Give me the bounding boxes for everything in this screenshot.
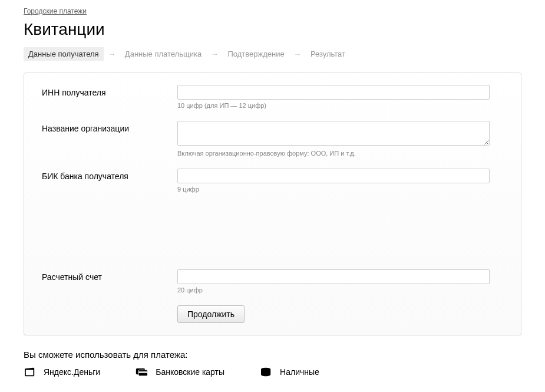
org-input[interactable] bbox=[177, 121, 490, 146]
coins-icon bbox=[260, 367, 273, 377]
account-label: Расчетный счет bbox=[42, 269, 177, 282]
continue-button[interactable]: Продолжить bbox=[177, 305, 245, 323]
wizard-steps: Данные получателя → Данные плательщика →… bbox=[24, 47, 521, 61]
method-cash: Наличные bbox=[260, 367, 319, 377]
org-hint: Включая организационно-правовую форму: О… bbox=[177, 150, 503, 157]
breadcrumb-link[interactable]: Городские платежи bbox=[24, 7, 87, 15]
step-separator: → bbox=[211, 50, 219, 58]
bik-hint: 9 цифр bbox=[177, 186, 503, 193]
bik-input[interactable] bbox=[177, 169, 490, 183]
step-confirmation[interactable]: Подтверждение bbox=[223, 47, 289, 61]
cards-icon bbox=[136, 367, 148, 377]
page-title: Квитанции bbox=[24, 20, 521, 39]
method-label: Наличные bbox=[280, 367, 319, 377]
method-bank-cards: Банковские карты bbox=[136, 367, 224, 377]
method-label: Яндекс.Деньги bbox=[44, 367, 100, 377]
org-label: Название организации bbox=[42, 121, 177, 133]
account-input[interactable] bbox=[177, 269, 490, 284]
method-yandex-money: Яндекс.Деньги bbox=[24, 367, 100, 377]
step-separator: → bbox=[108, 50, 115, 58]
inn-input[interactable] bbox=[177, 85, 490, 100]
inn-label: ИНН получателя bbox=[42, 85, 177, 97]
step-separator: → bbox=[293, 50, 301, 58]
svg-rect-2 bbox=[138, 371, 147, 373]
payment-methods: Яндекс.Деньги Банковские карты Наличные bbox=[24, 367, 521, 377]
inn-hint: 10 цифр (для ИП — 12 цифр) bbox=[177, 102, 503, 109]
bik-label: БИК банка получателя bbox=[42, 169, 177, 181]
method-label: Банковские карты bbox=[156, 367, 224, 377]
account-hint: 20 цифр bbox=[177, 286, 503, 294]
step-result[interactable]: Результат bbox=[306, 47, 350, 61]
step-payer-data[interactable]: Данные плательщика bbox=[120, 47, 206, 61]
payment-methods-heading: Вы сможете использовать для платежа: bbox=[24, 350, 521, 360]
form-card: ИНН получателя 10 цифр (для ИП — 12 цифр… bbox=[24, 73, 521, 335]
step-recipient-data[interactable]: Данные получателя bbox=[24, 47, 104, 61]
wallet-icon bbox=[24, 367, 37, 377]
